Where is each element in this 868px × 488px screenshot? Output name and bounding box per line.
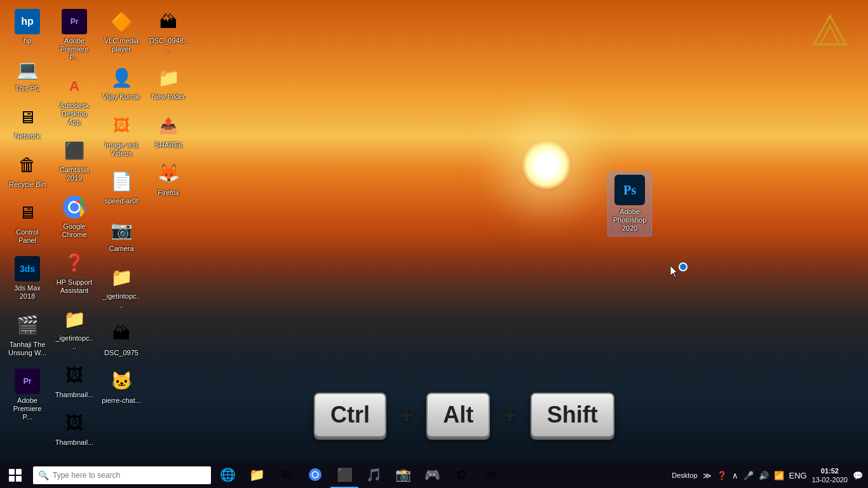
- tray-microphone-icon[interactable]: 🎤: [743, 471, 754, 480]
- icon-label-pierre-chat: pierre-chat...: [102, 396, 141, 405]
- system-tray: Desktop ≫ ❓ ∧ 🎤 🔊 📶 ENG 01:52 13-02-2020…: [672, 466, 868, 485]
- taskbar-app-media[interactable]: 🎵: [360, 463, 388, 488]
- taskbar-app-settings[interactable]: ⚙: [447, 463, 475, 488]
- taskbar-app-photos[interactable]: 📸: [389, 463, 417, 488]
- svg-marker-0: [814, 16, 846, 44]
- desktop-icon-vlc[interactable]: 🔶 VLC media player: [99, 6, 144, 56]
- desktop-icon-premiere[interactable]: Pr Adobe Premiere P...: [52, 6, 97, 65]
- taskbar-app-explorer[interactable]: 📁: [243, 463, 271, 488]
- windows-logo: [9, 469, 22, 482]
- desktop-icon-thambnail2[interactable]: 🖼 Thambnail...: [52, 408, 97, 449]
- desktop-icon-photoshop-container: Ps Adobe Photoshop 2020: [607, 172, 652, 236]
- desktop-label: Desktop: [672, 471, 697, 480]
- search-input[interactable]: [53, 471, 206, 480]
- update-notification-icon: [679, 262, 688, 271]
- desktop-icon-control-panel[interactable]: 🖥 Control Panel: [5, 198, 50, 247]
- desktop-column-3: 🔶 VLC media player 👤 Vijay Kumar 🖼 Image…: [99, 6, 144, 407]
- icon-label-network: Network: [15, 132, 40, 140]
- icon-label-vijay-kumar: Vijay Kumar: [102, 93, 140, 101]
- icon-label-hp-support: HP Support Assistant: [55, 278, 94, 295]
- icon-label-tanhaji: Tanhaji The Unsung W...: [8, 341, 47, 357]
- icon-label-premiere-bottom: Adobe Premiere P...: [8, 396, 47, 422]
- icon-label-shareit: SHAREit: [154, 141, 182, 149]
- desktop-icon-autodesk[interactable]: A Autodesk Desktop App: [52, 71, 97, 130]
- tray-help-icon[interactable]: ❓: [717, 471, 727, 480]
- desktop-icon-camera[interactable]: 📷 Camera: [99, 214, 144, 255]
- taskbar: 🔍 🌐 📁 ✉ ⬛ 🎵 📸 🎮 ⚙ 🛍 Desktop ≫ ❓ ∧ 🎤 🔊 📶 …: [0, 463, 868, 488]
- taskbar-app-chrome[interactable]: [301, 463, 329, 488]
- icon-label-hp: hp: [24, 37, 31, 45]
- desktop-icon-google-chrome[interactable]: Google Chrome: [52, 192, 97, 241]
- icon-label-igetintopc1: _igetintopc....: [55, 334, 94, 351]
- tray-network-icon[interactable]: 📶: [774, 471, 784, 480]
- icon-label-firefox: Firefox: [158, 189, 179, 197]
- desktop-icon-tanhaji[interactable]: 🎬 Tanhaji The Unsung W...: [5, 310, 50, 360]
- taskbar-app-mail[interactable]: ✉: [272, 463, 300, 488]
- desktop-icon-vijay-kumar[interactable]: 👤 Vijay Kumar: [99, 62, 144, 104]
- ctrl-key: Ctrl: [314, 393, 386, 437]
- tray-notification-icon[interactable]: 💬: [853, 471, 863, 480]
- taskbar-app-edge[interactable]: 🌐: [214, 463, 241, 488]
- svg-point-8: [313, 472, 318, 477]
- icon-label-control-panel: Control Panel: [8, 228, 47, 245]
- desktop-icon-recycle-bin[interactable]: 🗑 Recycle Bin: [5, 150, 50, 191]
- desktop-icon-photoshop[interactable]: Ps Adobe Photoshop 2020: [607, 172, 652, 236]
- taskbar-app-active[interactable]: ⬛: [330, 463, 358, 488]
- icon-label-3ds-max: 3ds Max 2018: [8, 284, 47, 301]
- tray-expand-icon[interactable]: ≫: [703, 471, 712, 480]
- desktop-column-4: 🏔 DSC_0948-... 📁 New folder 📤 SHAREit 🦊 …: [146, 6, 191, 200]
- icon-label-google-chrome: Google Chrome: [55, 222, 94, 239]
- watermark-logo: [811, 13, 849, 50]
- icon-label-autodesk: Autodesk Desktop App: [55, 102, 94, 127]
- keyboard-shortcut-display: Ctrl + Alt + Shift: [314, 393, 614, 437]
- desktop-icon-thambnail1[interactable]: 🖼 Thambnail...: [52, 360, 97, 402]
- icon-label-speed: speed-ar0t: [105, 197, 139, 205]
- taskbar-app-game[interactable]: 🎮: [418, 463, 446, 488]
- desktop-icon-3ds-max[interactable]: 3ds 3ds Max 2018: [5, 254, 50, 303]
- desktop-icon-camtasia[interactable]: ⬛ Camtasia 2019: [52, 135, 97, 185]
- taskbar-apps: 🌐 📁 ✉ ⬛ 🎵 📸 🎮 ⚙ 🛍: [214, 463, 505, 488]
- icon-label-camera: Camera: [109, 245, 133, 253]
- desktop-icon-premiere-bottom[interactable]: Pr Adobe Premiere P...: [5, 366, 50, 424]
- shift-key: Shift: [531, 393, 614, 437]
- desktop-icon-speed[interactable]: 📄 speed-ar0t: [99, 166, 144, 208]
- desktop-icon-igetintopc1[interactable]: 📁 _igetintopc....: [52, 304, 97, 353]
- search-bar[interactable]: 🔍: [33, 466, 211, 484]
- icon-label-igetintopc2: _igetintopc....: [102, 292, 141, 309]
- desktop-icon-igetintopc2[interactable]: 📁 _igetintopc....: [99, 262, 144, 311]
- desktop-icon-this-pc[interactable]: 💻 This PC: [5, 54, 50, 95]
- icon-label-this-pc: This PC: [15, 85, 39, 93]
- icon-label-premiere: Adobe Premiere P...: [55, 37, 94, 62]
- desktop-icon-network[interactable]: 🖥 Network: [5, 102, 50, 143]
- taskbar-app-store[interactable]: 🛍: [477, 463, 505, 488]
- icon-label-recycle-bin: Recycle Bin: [9, 180, 46, 189]
- svg-point-5: [70, 203, 79, 212]
- system-clock[interactable]: 01:52 13-02-2020: [812, 466, 848, 485]
- desktop-icon-pierre-chat[interactable]: 🐱 pierre-chat...: [99, 366, 144, 407]
- tray-volume-icon[interactable]: 🔊: [759, 471, 769, 480]
- search-icon: 🔍: [38, 470, 49, 480]
- desktop-icon-new-folder[interactable]: 📁 New folder: [146, 62, 191, 104]
- desktop-icon-shareit[interactable]: 📤 SHAREit: [146, 111, 191, 152]
- plus-separator-2: +: [503, 401, 517, 430]
- icon-label-camtasia: Camtasia 2019: [55, 166, 94, 182]
- icon-label-thambnail2: Thambnail...: [55, 438, 94, 447]
- icon-label-photoshop: Adobe Photoshop 2020: [611, 208, 649, 233]
- icon-label-vlc: VLC media player: [102, 37, 141, 53]
- icon-label-thambnail1: Thambnail...: [55, 391, 94, 399]
- tray-up-arrow-icon[interactable]: ∧: [732, 471, 738, 480]
- desktop-icon-image-videos[interactable]: 🖼 Image and Videos: [99, 111, 144, 160]
- icon-label-new-folder: New folder: [152, 93, 186, 101]
- desktop-icon-dsc0948[interactable]: 🏔 DSC_0948-...: [146, 6, 191, 56]
- plus-separator-1: +: [399, 401, 414, 430]
- start-button[interactable]: [0, 463, 31, 488]
- desktop-icon-hp[interactable]: hp hp: [5, 6, 50, 48]
- clock-time: 01:52: [812, 466, 848, 475]
- desktop-icon-dsc0975[interactable]: 🏔 DSC_0975: [99, 318, 144, 360]
- alt-key: Alt: [426, 393, 490, 437]
- desktop-icon-firefox[interactable]: 🦊 Firefox: [146, 158, 191, 200]
- clock-date: 13-02-2020: [812, 475, 848, 484]
- tray-language-icon: ENG: [789, 471, 807, 480]
- desktop-icon-hp-support[interactable]: ❓ HP Support Assistant: [52, 248, 97, 297]
- icon-label-dsc0948: DSC_0948-...: [149, 37, 188, 53]
